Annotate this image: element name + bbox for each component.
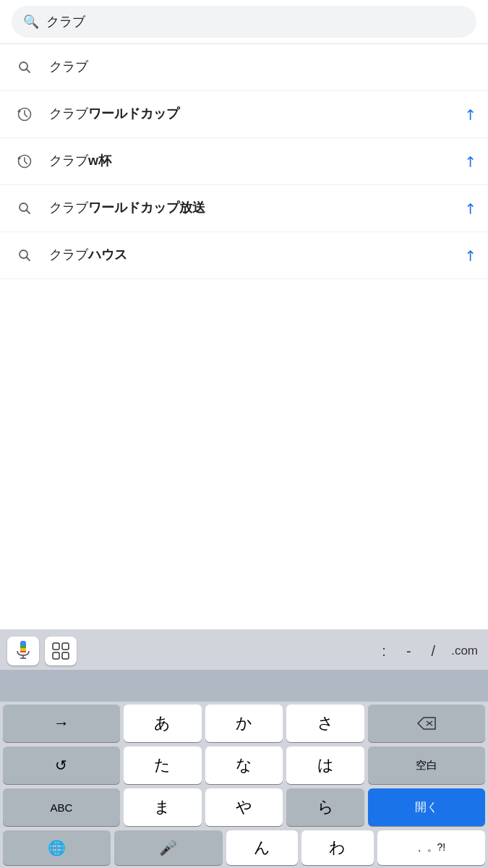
suggestion-text-0: クラブワールドカップ <box>49 105 464 123</box>
key-row-2: ↺ た な は 空白 <box>3 746 485 784</box>
suggestion-item-2[interactable]: クラブワールドカップ放送 ↗ <box>0 185 488 232</box>
suggestion-text-main: クラブ <box>49 58 476 76</box>
search-icon: 🔍 <box>23 14 39 30</box>
svg-rect-11 <box>20 641 26 645</box>
keyboard-rows: → あ か さ ↺ た な は 空白 ABC ま や ら <box>0 702 488 868</box>
svg-rect-17 <box>53 643 59 650</box>
search-bar-container: 🔍 クラブ <box>0 0 488 44</box>
search-query[interactable]: クラブ <box>46 13 85 30</box>
key-row-1: → あ か さ <box>3 705 485 742</box>
svg-rect-19 <box>53 652 59 659</box>
key-ya[interactable]: や <box>205 788 283 826</box>
suggestion-item-3[interactable]: クラブハウス ↗ <box>0 232 488 279</box>
key-row-4: 🌐 🎤 ん わ 、。?! <box>3 830 485 865</box>
key-globe[interactable]: 🌐 <box>3 830 111 865</box>
suggestion-text-2: クラブワールドカップ放送 <box>49 199 464 217</box>
search-icon-2 <box>12 195 38 221</box>
slash-key[interactable]: / <box>424 643 443 660</box>
key-undo[interactable]: ↺ <box>3 746 120 784</box>
dash-key[interactable]: - <box>399 643 419 660</box>
key-backspace[interactable] <box>368 705 485 742</box>
key-row-3: ABC ま や ら 開く <box>3 788 485 826</box>
suggestions-list: クラブ クラブワールドカップ ↗ クラブw杯 ↗ <box>0 44 488 279</box>
google-mic-button[interactable] <box>7 637 39 665</box>
key-ra[interactable]: ら <box>286 788 364 826</box>
key-punctuation[interactable]: 、。?! <box>377 830 485 865</box>
svg-rect-13 <box>20 648 26 651</box>
search-icon-3 <box>12 242 38 268</box>
dotcom-key[interactable]: .com <box>448 644 481 658</box>
key-sa[interactable]: さ <box>286 705 364 742</box>
keyboard-spacer-row <box>0 670 488 702</box>
history-icon-1 <box>12 148 38 174</box>
keyboard-grid-button[interactable] <box>45 637 77 665</box>
key-ta[interactable]: た <box>124 746 202 784</box>
suggestion-item-0[interactable]: クラブワールドカップ ↗ <box>0 91 488 138</box>
svg-rect-18 <box>62 643 69 650</box>
key-a[interactable]: あ <box>124 705 202 742</box>
suggestion-item-1[interactable]: クラブw杯 ↗ <box>0 138 488 185</box>
keyboard-toolbar: : - / .com <box>0 629 488 670</box>
svg-line-7 <box>27 258 30 261</box>
suggestion-text-1: クラブw杯 <box>49 152 464 170</box>
svg-rect-12 <box>20 645 26 648</box>
svg-rect-20 <box>62 652 69 659</box>
key-ha[interactable]: は <box>286 746 364 784</box>
key-ka[interactable]: か <box>205 705 283 742</box>
key-abc[interactable]: ABC <box>3 788 120 826</box>
key-ma[interactable]: ま <box>124 788 202 826</box>
keyboard: : - / .com → あ か さ ↺ た な は <box>0 629 488 868</box>
search-icon-0 <box>12 54 38 80</box>
key-mic[interactable]: 🎤 <box>114 830 222 865</box>
suggestion-item-main[interactable]: クラブ <box>0 44 488 91</box>
key-na[interactable]: な <box>205 746 283 784</box>
suggestion-text-3: クラブハウス <box>49 246 464 264</box>
svg-line-5 <box>27 210 30 214</box>
key-space[interactable]: 空白 <box>368 746 485 784</box>
key-n[interactable]: ん <box>226 830 299 865</box>
svg-line-1 <box>27 69 30 73</box>
key-wa[interactable]: わ <box>301 830 374 865</box>
colon-key[interactable]: : <box>374 643 393 660</box>
search-bar[interactable]: 🔍 クラブ <box>12 6 476 38</box>
history-icon-0 <box>12 101 38 127</box>
svg-rect-14 <box>20 651 26 652</box>
key-arrow-right[interactable]: → <box>3 705 120 742</box>
key-open[interactable]: 開く <box>368 788 485 826</box>
